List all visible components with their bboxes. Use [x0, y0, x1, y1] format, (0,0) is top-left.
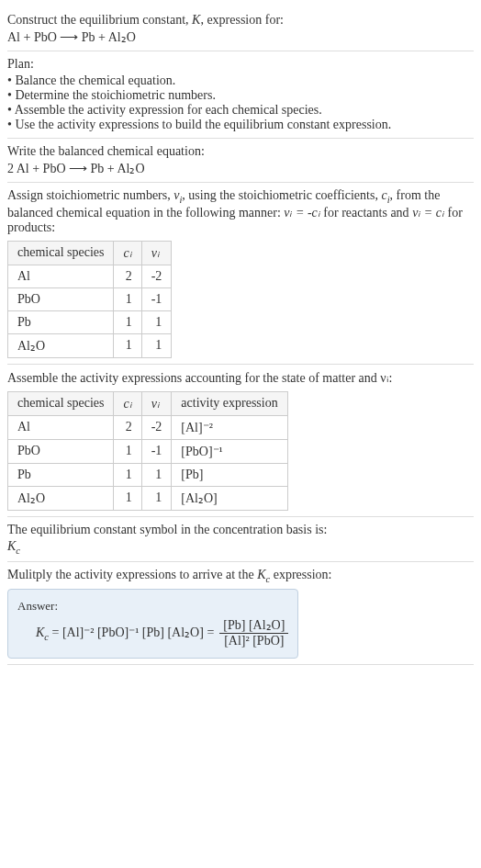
- intro-text: Construct the equilibrium constant, K, e…: [7, 13, 474, 28]
- answer-box: Answer: Kc = [Al]⁻² [PbO]⁻¹ [Pb] [Al₂O] …: [7, 589, 298, 659]
- fraction-numerator: [Pb] [Al₂O]: [219, 617, 288, 634]
- table-header-row: chemical species cᵢ νᵢ: [8, 241, 172, 265]
- intro-suffix: , expression for:: [200, 13, 284, 27]
- multiply-section: Mulitply the activity expressions to arr…: [7, 562, 474, 666]
- intro-section: Construct the equilibrium constant, K, e…: [7, 7, 474, 51]
- table-row: Al₂O 1 1 [Al₂O]: [8, 486, 288, 510]
- plan-item: • Balance the chemical equation.: [7, 73, 474, 88]
- table-header-row: chemical species cᵢ νᵢ activity expressi…: [8, 391, 288, 415]
- balanced-title: Write the balanced chemical equation:: [7, 144, 474, 159]
- plan-title: Plan:: [7, 57, 474, 72]
- answer-label: Answer:: [17, 599, 288, 614]
- stoich-text: Assign stoichiometric numbers, νi, using…: [7, 188, 474, 235]
- plan-list: • Balance the chemical equation. • Deter…: [7, 73, 474, 132]
- plan-item: • Assemble the activity expression for e…: [7, 103, 474, 118]
- intro-prefix: Construct the equilibrium constant,: [7, 13, 192, 27]
- th-nui: νᵢ: [141, 241, 172, 265]
- multiply-title: Mulitply the activity expressions to arr…: [7, 568, 474, 584]
- activity-table: chemical species cᵢ νᵢ activity expressi…: [7, 391, 288, 511]
- table-row: Al 2 -2 [Al]⁻²: [8, 415, 288, 439]
- table-row: PbO 1 -1 [PbO]⁻¹: [8, 439, 288, 463]
- stoich-table: chemical species cᵢ νᵢ Al 2 -2 PbO 1 -1 …: [7, 241, 172, 358]
- th-species: chemical species: [8, 391, 114, 415]
- th-ci: cᵢ: [114, 241, 141, 265]
- table-row: Pb 1 1: [8, 310, 172, 333]
- symbol-value: Kc: [7, 539, 474, 556]
- th-ci: cᵢ: [114, 391, 141, 415]
- table-row: Pb 1 1 [Pb]: [8, 463, 288, 486]
- table-row: Al₂O 1 1: [8, 333, 172, 357]
- activity-section: Assemble the activity expressions accoun…: [7, 365, 474, 517]
- activity-title: Assemble the activity expressions accoun…: [7, 370, 474, 386]
- plan-item: • Determine the stoichiometric numbers.: [7, 88, 474, 103]
- th-species: chemical species: [8, 241, 114, 265]
- answer-expression: Kc = [Al]⁻² [PbO]⁻¹ [Pb] [Al₂O] = [Pb] […: [17, 617, 288, 648]
- plan-section: Plan: • Balance the chemical equation. •…: [7, 51, 474, 139]
- table-row: Al 2 -2: [8, 265, 172, 287]
- intro-equation: Al + PbO ⟶ Pb + Al₂O: [7, 29, 474, 45]
- table-row: PbO 1 -1: [8, 287, 172, 310]
- plan-item: • Use the activity expressions to build …: [7, 118, 474, 132]
- symbol-title: The equilibrium constant symbol in the c…: [7, 523, 474, 537]
- intro-k: K: [192, 13, 200, 27]
- fraction: [Pb] [Al₂O] [Al]² [PbO]: [219, 617, 288, 648]
- th-nui: νᵢ: [141, 391, 172, 415]
- fraction-denominator: [Al]² [PbO]: [219, 634, 288, 648]
- th-expr: activity expression: [172, 391, 287, 415]
- stoich-section: Assign stoichiometric numbers, νi, using…: [7, 183, 474, 365]
- symbol-section: The equilibrium constant symbol in the c…: [7, 517, 474, 562]
- balanced-equation: 2 Al + PbO ⟶ Pb + Al₂O: [7, 161, 474, 176]
- balanced-section: Write the balanced chemical equation: 2 …: [7, 139, 474, 183]
